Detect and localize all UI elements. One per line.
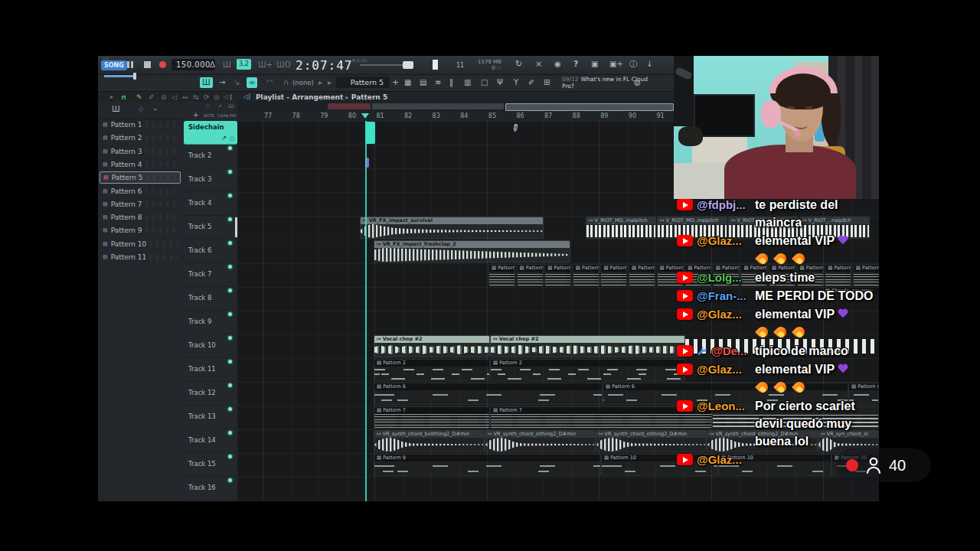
chat-username[interactable]: @Leon... <box>697 399 745 412</box>
playhead-line[interactable] <box>365 121 367 501</box>
pause-button[interactable] <box>127 61 135 70</box>
playback-icon[interactable]: ◁❙ <box>224 93 234 101</box>
piano-roll-window-icon[interactable]: ▤ <box>420 79 426 86</box>
track-mute-led[interactable] <box>228 241 232 245</box>
pattern-list-item[interactable]: ▤Pattern 1 <box>100 119 181 131</box>
pattern-list-item[interactable]: ▤Pattern 7 <box>100 198 181 210</box>
slip-icon[interactable]: ⇆ <box>193 93 199 101</box>
pattern-list-item[interactable]: ▤Pattern 4 <box>100 158 181 171</box>
brush-icon[interactable]: ✐ <box>149 93 155 101</box>
track-mute-led[interactable] <box>228 217 232 221</box>
pencil-icon[interactable]: ✎ <box>136 93 142 101</box>
loop-record-icon[interactable]: ШO <box>276 61 291 69</box>
refresh-icon[interactable]: ↻ <box>515 60 522 68</box>
track-header-row[interactable]: Track 2 <box>184 145 237 168</box>
chat-username[interactable]: @Glaz... <box>697 363 742 376</box>
chat-message[interactable]: @Leon...Por cierto scarletdevil quedó mu… <box>677 397 877 450</box>
track-header-row[interactable]: Track 15 <box>184 453 237 477</box>
mic-stand-icon[interactable]: Y <box>514 79 518 86</box>
file-icon[interactable]: □ <box>481 79 488 86</box>
link-icon[interactable]: ∞ <box>247 77 257 88</box>
globe-icon[interactable]: ◍ <box>634 79 641 86</box>
slide-mini-icon[interactable]: ↗ <box>217 103 222 110</box>
minimap-segment[interactable] <box>505 103 674 111</box>
chat-username[interactable]: @Fran-... <box>697 289 746 302</box>
audio-clip[interactable]: ↦ VR_FX_impact_survival <box>360 217 544 239</box>
chat-username[interactable]: @Glaz... <box>697 453 742 466</box>
piano-keyboard-icon[interactable]: Ш <box>228 103 234 110</box>
chat-username[interactable]: @Lolg... <box>697 271 742 284</box>
track-mute-led[interactable] <box>228 146 232 150</box>
pattern-clip[interactable]: ▤ Pattern 2 <box>490 359 685 381</box>
pattern-list-item[interactable]: ▤Pattern 11 <box>100 251 181 263</box>
stop-button[interactable] <box>144 61 151 68</box>
pattern-clip[interactable]: ▤ Pattern 8 <box>629 264 655 286</box>
track-mute-led[interactable] <box>228 336 232 340</box>
chevron-icon[interactable]: ▸ <box>328 79 332 86</box>
track-mute-led[interactable] <box>228 431 232 435</box>
cross-icon[interactable]: × <box>535 60 542 68</box>
hand-icon[interactable]: ✐ <box>528 79 534 86</box>
track-header-row[interactable]: Track 7 <box>184 263 237 287</box>
audio-clip[interactable]: ↦ V_RIOT_MO..inalpitch <box>586 217 656 239</box>
note-icon[interactable]: ⊹ <box>138 106 144 113</box>
track-mute-led[interactable] <box>228 194 232 197</box>
pattern-clip[interactable]: ▤ Pattern 9 <box>374 454 601 476</box>
delete-icon[interactable]: ⊘ <box>161 93 167 101</box>
pattern-selector[interactable]: Pattern 5 <box>336 77 390 88</box>
breadcrumb-current[interactable]: Pattern 5 <box>351 93 387 101</box>
chat-message[interactable]: @Glaz...elemental VIP <box>677 360 877 378</box>
track-mute-led[interactable] <box>228 289 232 292</box>
audio-clip[interactable]: ↦ Vocal chop #2 <box>490 335 685 357</box>
slide-icon[interactable]: ↘ <box>234 79 240 86</box>
pattern-list-item[interactable]: ▤Pattern 9 <box>100 224 181 236</box>
magnet-icon[interactable]: ∩ <box>121 93 126 101</box>
song-progress-bar[interactable] <box>360 64 404 66</box>
metronome-icon[interactable]: Δ <box>210 61 215 69</box>
cart-icon[interactable]: ⊞ <box>544 79 550 86</box>
breadcrumb-path[interactable]: Playlist - Arrangement <box>256 93 343 101</box>
chat-message[interactable]: @Glaz...elemental VIP <box>677 305 877 323</box>
save-new-icon[interactable]: ▣+ <box>609 60 623 68</box>
track-header-row[interactable]: Track 16 <box>184 477 237 500</box>
add-pattern-button[interactable]: + <box>392 79 399 86</box>
track-mute-led[interactable] <box>228 455 232 458</box>
pattern-list-item[interactable]: ▤Pattern 6 <box>100 185 181 197</box>
track-header-row[interactable]: Track 13 <box>184 406 237 429</box>
chat-message[interactable]: @Fran-...ME PERDI DE TODO <box>677 287 877 305</box>
record-button[interactable] <box>159 61 166 68</box>
piano-keyboard-icon[interactable]: Ш <box>112 106 120 113</box>
pattern-list-item[interactable]: ▤Pattern 2 <box>100 132 181 144</box>
countdown-button[interactable]: 3,2 <box>237 59 251 70</box>
chat-username[interactable]: @fdpbj... <box>697 198 746 211</box>
audio-clip[interactable]: ↦ VR_synth_chord_elthing2_D#min <box>485 430 596 452</box>
pattern-clip[interactable]: ▤ Pattern 8 <box>544 264 571 286</box>
wait-icon[interactable]: Ш <box>223 61 231 69</box>
piano-keyboard-icon[interactable]: Ш <box>200 77 213 88</box>
track-header-row[interactable]: Track 9 <box>184 311 237 334</box>
tempo-display[interactable]: 150.000 <box>172 59 215 70</box>
track-header-row[interactable]: Track 6 <box>184 240 237 263</box>
minimap-segment[interactable] <box>372 103 504 109</box>
playlist-window-icon[interactable]: ▦ <box>404 79 411 86</box>
pattern-list-item[interactable]: ▤Pattern 8 <box>100 211 181 223</box>
track-header-row[interactable]: Track 14 <box>184 429 237 453</box>
slide-mini-icon[interactable]: ↗ <box>221 135 227 142</box>
info-icon[interactable]: ⓘ <box>629 60 637 68</box>
mic-icon[interactable]: ◉ <box>554 60 561 68</box>
pattern-list-item[interactable]: ▤Pattern 10 <box>100 238 181 250</box>
song-position-marker[interactable] <box>403 61 413 69</box>
pattern-clip[interactable]: ▤ Pattern 8 <box>517 264 544 286</box>
track-mute-led[interactable] <box>228 265 232 269</box>
track-header-row[interactable]: Track 8 <box>184 287 237 311</box>
chain-icon[interactable]: ⌁ <box>153 106 158 113</box>
channel-rack-icon[interactable]: ≡ <box>435 79 441 86</box>
browser-icon[interactable]: ▥ <box>464 79 471 86</box>
pattern-list-item[interactable]: ▤Pattern 5 <box>100 171 181 184</box>
chat-username[interactable]: @De... <box>711 344 746 357</box>
breadcrumb[interactable]: Playlist - Arrangement▸Pattern 5 <box>256 93 387 101</box>
plugin-icon[interactable]: Ψ <box>497 79 503 86</box>
step-arrow-icon[interactable]: → <box>219 79 225 86</box>
mini-clip[interactable] <box>365 122 375 144</box>
track-mute-led[interactable] <box>228 383 232 387</box>
